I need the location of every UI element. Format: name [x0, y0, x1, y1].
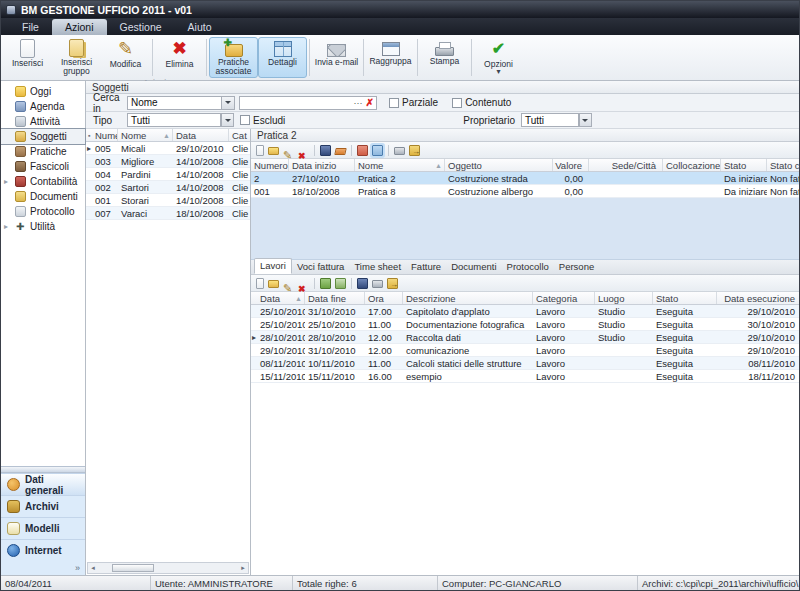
cerca-in-combo[interactable]: Nome [127, 96, 235, 110]
column-header[interactable]: Valore [553, 159, 589, 171]
nav-internet[interactable]: Internet [1, 539, 85, 561]
delete-icon[interactable] [298, 278, 309, 289]
print-icon[interactable] [372, 280, 383, 288]
save-icon[interactable] [357, 278, 368, 289]
sidebar-item-contabilita[interactable]: ▸Contabilità [1, 174, 85, 189]
delete-icon[interactable] [298, 145, 309, 156]
column-header[interactable]: Nome▲ [118, 129, 173, 141]
scroll-right-icon[interactable]: ▸ [238, 564, 248, 572]
table-row[interactable]: 002Sartori14/10/2008Clie [86, 181, 250, 194]
dettagli-button[interactable]: Dettagli [258, 37, 307, 78]
column-header[interactable]: Ora [365, 292, 403, 304]
column-header[interactable]: Numero [86, 129, 118, 141]
nav-dati-generali[interactable]: Dati generali [1, 473, 85, 495]
export-icon[interactable] [387, 278, 398, 289]
sidebar-item-oggi[interactable]: Oggi [1, 84, 85, 99]
sidebar-item-pratiche[interactable]: Pratiche [1, 144, 85, 159]
tab-fatture[interactable]: Fatture [406, 260, 446, 274]
raggruppa-button[interactable]: Raggruppa [366, 37, 415, 78]
column-header[interactable]: Categoria [533, 292, 595, 304]
link-icon[interactable] [320, 278, 331, 289]
table-row[interactable]: 003Migliore14/10/2008Clie [86, 155, 250, 168]
table-row[interactable]: 00118/10/2008Pratica 8Costruzione alberg… [251, 185, 799, 198]
contenuto-checkbox[interactable]: Contenuto [452, 97, 511, 108]
edit-icon[interactable] [283, 145, 294, 156]
table-row[interactable]: 25/10/201025/10/201011.00Documentazione … [251, 318, 799, 331]
column-header[interactable]: Luogo [595, 292, 653, 304]
tab-aiuto[interactable]: Aiuto [175, 19, 225, 35]
new-icon[interactable] [256, 145, 264, 156]
checkbox-icon[interactable] [452, 98, 462, 108]
table-row[interactable]: 005Micali29/10/2010Clie [86, 142, 250, 155]
column-header[interactable]: Nome▲ [355, 159, 445, 171]
chevron-down-icon[interactable] [579, 113, 592, 127]
parziale-checkbox[interactable]: Parziale [389, 97, 438, 108]
nav-modelli[interactable]: Modelli [1, 517, 85, 539]
column-header[interactable]: Stato [653, 292, 717, 304]
clear-icon[interactable] [334, 148, 346, 155]
tab-file[interactable]: File [9, 19, 52, 35]
tab-lavori[interactable]: Lavori [254, 258, 292, 274]
search-input[interactable]: ··· ✗ [239, 96, 377, 110]
table-row[interactable]: 28/10/201028/10/201012.00Raccolta datiLa… [251, 331, 799, 344]
tab-time-sheet[interactable]: Time sheet [349, 260, 406, 274]
pratiche-associate-button[interactable]: Pratiche associate [209, 37, 258, 78]
scrollbar-thumb[interactable] [112, 564, 154, 572]
inserisci-button[interactable]: Inserisci [3, 37, 52, 78]
tab-voci-fattura[interactable]: Voci fattura [292, 260, 350, 274]
opzioni-button[interactable]: Opzioni [474, 37, 523, 78]
column-header[interactable]: Descrizione [403, 292, 533, 304]
sidebar-item-fascicoli[interactable]: Fascicoli [1, 159, 85, 174]
open-folder-icon[interactable] [268, 147, 279, 155]
column-header[interactable]: Data [173, 129, 229, 141]
view-columns-icon[interactable] [372, 145, 383, 156]
column-header[interactable]: Collocazione [663, 159, 721, 171]
checkbox-icon[interactable] [240, 115, 250, 125]
column-header[interactable]: Data esecuzione [717, 292, 799, 304]
sidebar-item-utilita[interactable]: ▸Utilità [1, 219, 85, 234]
chevron-down-icon[interactable] [221, 113, 234, 127]
column-header[interactable]: Data▲ [251, 292, 305, 304]
invia-email-button[interactable]: Invia e-mail [312, 37, 361, 78]
elimina-button[interactable]: Elimina [155, 37, 204, 78]
sidebar-item-agenda[interactable]: Agenda [1, 99, 85, 114]
table-row[interactable]: 25/10/201031/10/201017.00Capitolato d'ap… [251, 305, 799, 318]
table-row[interactable]: 004Pardini14/10/2008Clie [86, 168, 250, 181]
new-icon[interactable] [256, 278, 264, 289]
column-header[interactable]: Sede/Città [589, 159, 663, 171]
sidebar-item-protocollo[interactable]: Protocollo [1, 204, 85, 219]
table-row[interactable]: 15/11/201015/11/201016.00esempioLavoroEs… [251, 370, 799, 383]
column-header[interactable]: Data fine [305, 292, 365, 304]
sidebar-item-soggetti[interactable]: Soggetti [1, 129, 85, 144]
chevron-down-icon[interactable] [221, 97, 234, 109]
stampa-button[interactable]: Stampa [420, 37, 469, 78]
more-options-icon[interactable]: ··· [354, 98, 363, 108]
proprietario-combo[interactable]: Tutti [521, 113, 579, 127]
tab-documenti[interactable]: Documenti [446, 260, 501, 274]
table-row[interactable]: 007Varaci18/10/2008Clie [86, 207, 250, 220]
tab-protocollo[interactable]: Protocollo [502, 260, 554, 274]
save-icon[interactable] [320, 145, 331, 156]
clear-search-icon[interactable]: ✗ [366, 98, 374, 108]
tab-gestione[interactable]: Gestione [107, 19, 175, 35]
scroll-left-icon[interactable]: ◂ [88, 564, 98, 572]
export-icon[interactable] [409, 145, 420, 156]
sidebar-splitter[interactable] [1, 466, 85, 473]
nav-archivi[interactable]: Archivi [1, 495, 85, 517]
column-header[interactable]: Cat [229, 129, 250, 141]
overflow-chevron-icon[interactable]: » [75, 563, 80, 573]
tipo-combo[interactable]: Tutti [127, 113, 221, 127]
column-header[interactable]: Stato conta [767, 159, 799, 171]
sidebar-item-attivita[interactable]: Attività [1, 114, 85, 129]
expand-arrow-icon[interactable]: ▸ [4, 177, 8, 186]
tab-persone[interactable]: Persone [554, 260, 599, 274]
expand-arrow-icon[interactable]: ▸ [4, 222, 8, 231]
column-header[interactable]: Stato [721, 159, 767, 171]
print-icon[interactable] [394, 147, 405, 155]
checkbox-icon[interactable] [389, 98, 399, 108]
tab-azioni[interactable]: Azioni [52, 19, 107, 35]
table-row[interactable]: 227/10/2010Pratica 2Costruzione strada0,… [251, 172, 799, 185]
inserisci-gruppo-button[interactable]: Inserisci gruppo [52, 37, 101, 78]
open-folder-icon[interactable] [268, 280, 279, 288]
view-cards-icon[interactable] [357, 145, 368, 156]
